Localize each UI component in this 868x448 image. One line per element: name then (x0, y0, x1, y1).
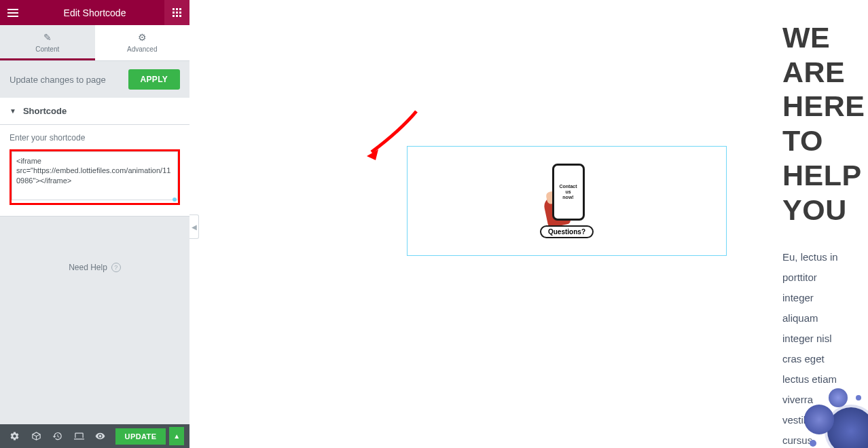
settings-icon[interactable] (5, 427, 24, 446)
phone-text-line: Contact (559, 184, 577, 189)
shortcode-field-area: Enter your shortcode (0, 125, 189, 217)
help-area: Need Help ? (0, 217, 189, 424)
apply-button[interactable]: APPLY (128, 69, 180, 90)
panel-title: Edit Shortcode (25, 7, 164, 18)
apply-text: Update changes to page (10, 75, 106, 85)
apply-bar: Update changes to page APPLY (0, 61, 189, 98)
sidebar-footer: UPDATE ▲ (0, 424, 189, 448)
app-root: Edit Shortcode ✎ Content ⚙ Advanced Upda… (0, 0, 868, 448)
history-icon[interactable] (48, 427, 67, 446)
update-options-button[interactable]: ▲ (169, 427, 184, 445)
caret-down-icon: ▼ (10, 107, 16, 115)
hamburger-icon[interactable] (0, 0, 25, 25)
collapse-sidebar-button[interactable]: ◀ (189, 214, 199, 239)
pencil-icon: ✎ (43, 32, 52, 43)
help-label: Need Help (69, 263, 107, 272)
lottie-illustration: Contact us now! Questions? (533, 164, 601, 238)
tab-label: Advanced (127, 45, 157, 53)
tab-label: Content (35, 45, 59, 53)
virus-decoration (786, 380, 868, 448)
questions-label: Questions? (540, 225, 594, 238)
section-shortcode-header[interactable]: ▼ Shortcode (0, 98, 189, 125)
navigator-icon[interactable] (27, 427, 46, 446)
sidebar-header: Edit Shortcode (0, 0, 189, 25)
tab-content[interactable]: ✎ Content (0, 25, 95, 60)
responsive-icon[interactable] (70, 427, 89, 446)
page-heading: WE ARE HERE TO HELP YOU (782, 20, 841, 227)
widget-preview-frame[interactable]: Contact us now! Questions? (407, 146, 727, 256)
help-link[interactable]: Need Help ? (69, 263, 121, 272)
widgets-grid-icon[interactable] (164, 0, 189, 25)
phone-text-line: now! (562, 195, 573, 200)
gear-icon: ⚙ (138, 32, 147, 43)
field-label: Enter your shortcode (10, 133, 180, 143)
preview-canvas: ◀ Contact us now! Questions? WE ARE HERE… (189, 0, 868, 448)
tab-advanced[interactable]: ⚙ Advanced (95, 25, 190, 60)
panel-tabs: ✎ Content ⚙ Advanced (0, 25, 189, 61)
phone-graphic: Contact us now! (552, 164, 585, 221)
phone-text-line: us (565, 189, 571, 195)
preview-eye-icon[interactable] (91, 427, 110, 446)
resize-handle-icon[interactable] (173, 198, 177, 202)
highlight-outline (10, 149, 180, 205)
shortcode-textarea[interactable] (12, 151, 178, 200)
editor-sidebar: Edit Shortcode ✎ Content ⚙ Advanced Upda… (0, 0, 189, 448)
questions-bubble: Questions? (533, 225, 601, 238)
update-button[interactable]: UPDATE (115, 428, 166, 445)
section-title: Shortcode (23, 106, 67, 116)
help-icon: ? (111, 263, 121, 272)
